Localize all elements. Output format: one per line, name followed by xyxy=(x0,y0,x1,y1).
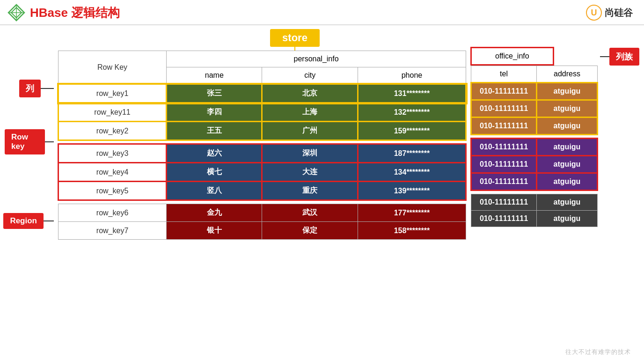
row-key-header-cell: Row Key xyxy=(59,51,167,84)
table-row: 010-11111111 atguigu xyxy=(471,100,598,118)
table-row: row_key5 竖八 重庆 139******** xyxy=(59,182,466,200)
phone-cell: 187******** xyxy=(358,144,466,163)
city-cell: 上海 xyxy=(262,103,358,122)
center-tables: store Row Key personal_info name city ph… xyxy=(54,29,470,240)
city-cell: 广州 xyxy=(262,122,358,140)
address-cell: atguigu xyxy=(537,211,598,227)
rowkey-line xyxy=(45,141,54,142)
rowkey-badge: Row key xyxy=(5,129,45,154)
name-header: name xyxy=(167,67,262,84)
row-key-cell: row_key1 xyxy=(59,84,167,103)
top-left: HBase 逻辑结构 xyxy=(7,4,120,22)
tel-cell: 010-11111111 xyxy=(471,83,537,100)
phone-cell: 159******** xyxy=(358,122,466,140)
phone-cell: 134******** xyxy=(358,163,466,182)
table-row: 010-11111111 atguigu xyxy=(471,118,598,135)
row-key-cell: row_key7 xyxy=(59,222,167,240)
phone-cell: 131******** xyxy=(358,84,466,103)
address-cell: atguigu xyxy=(537,173,598,191)
name-cell: 银十 xyxy=(167,222,262,240)
gap-row xyxy=(59,140,466,144)
personal-info-header-row: Row Key personal_info xyxy=(59,51,466,67)
tel-cell: 010-11111111 xyxy=(471,139,537,156)
col-family-badge: 列族 xyxy=(609,48,639,66)
name-cell: 张三 xyxy=(167,84,262,103)
left-labels: 列 Row key Region xyxy=(5,29,54,240)
address-cell: atguigu xyxy=(537,139,598,156)
address-cell: atguigu xyxy=(537,100,598,118)
city-cell: 大连 xyxy=(262,163,358,182)
address-cell: atguigu xyxy=(537,83,598,100)
phone-cell: 177******** xyxy=(358,204,466,222)
tel-cell: 010-11111111 xyxy=(471,211,537,227)
table-row: row_key11 李四 上海 132******** xyxy=(59,103,466,122)
svg-text:U: U xyxy=(591,8,597,17)
region-label-row: Region xyxy=(3,213,54,229)
address-cell: atguigu xyxy=(537,194,598,211)
name-cell: 赵六 xyxy=(167,144,262,163)
city-cell: 武汉 xyxy=(262,204,358,222)
gap-row xyxy=(59,200,466,204)
col-badge: 列 xyxy=(19,80,41,97)
office-col-headers: tel address xyxy=(471,66,598,83)
address-header: address xyxy=(537,66,598,83)
row-key-cell: row_key2 xyxy=(59,122,167,140)
phone-cell: 132******** xyxy=(358,103,466,122)
brand-area: U 尚硅谷 xyxy=(586,5,633,21)
page-title: HBase 逻辑结构 xyxy=(30,5,120,21)
row-key-cell: row_key5 xyxy=(59,182,167,200)
table-row: row_key6 金九 武汉 177******** xyxy=(59,204,466,222)
row-key-cell: row_key11 xyxy=(59,103,167,122)
table-row: row_key4 横七 大连 134******** xyxy=(59,163,466,182)
row-key-cell: row_key6 xyxy=(59,204,167,222)
content-area: 列 Row key Region store xyxy=(0,25,644,240)
right-area: office_info tel address 010-11111111 atg… xyxy=(470,29,639,240)
col-label-row: 列 xyxy=(19,80,54,97)
row-key-cell: row_key3 xyxy=(59,144,167,163)
watermark: 往大不过有难学的技术 xyxy=(565,348,631,356)
name-cell: 李四 xyxy=(167,103,262,122)
table-row: row_key1 张三 北京 131******** xyxy=(59,84,466,103)
tel-cell: 010-11111111 xyxy=(471,173,537,191)
personal-info-header-cell: personal_info xyxy=(167,51,466,67)
tel-header: tel xyxy=(471,66,537,83)
rowkey-label-row: Row key xyxy=(5,129,54,154)
store-label-area: store xyxy=(58,29,467,51)
gap-row xyxy=(471,191,598,194)
col-family-line xyxy=(600,56,609,57)
table-row: 010-11111111 atguigu xyxy=(471,173,598,191)
col-family-label-row: 列族 xyxy=(598,48,639,66)
table-row: 010-11111111 atguigu xyxy=(471,83,598,100)
address-cell: atguigu xyxy=(537,156,598,173)
col-line-top xyxy=(41,88,54,89)
gap-row xyxy=(471,135,598,139)
tel-cell: 010-11111111 xyxy=(471,118,537,135)
office-header-box: office_info xyxy=(470,47,554,66)
tel-cell: 010-11111111 xyxy=(471,156,537,173)
city-header: city xyxy=(262,67,358,84)
city-cell: 北京 xyxy=(262,84,358,103)
store-label: store xyxy=(270,29,320,47)
brand-name: 尚硅谷 xyxy=(605,7,633,19)
name-cell: 金九 xyxy=(167,204,262,222)
page: HBase 逻辑结构 U 尚硅谷 列 Row key xyxy=(0,0,644,360)
table-row: row_key2 王五 广州 159******** xyxy=(59,122,466,140)
office-table-wrapper: office_info tel address 010-11111111 atg… xyxy=(470,47,598,227)
region-badge: Region xyxy=(3,213,44,229)
table-row: 010-11111111 atguigu xyxy=(471,194,598,211)
office-table: tel address 010-11111111 atguigu 010-111… xyxy=(470,66,598,227)
name-cell: 竖八 xyxy=(167,182,262,200)
address-cell: atguigu xyxy=(537,118,598,135)
office-info-header: office_info xyxy=(472,48,553,64)
top-bar: HBase 逻辑结构 U 尚硅谷 xyxy=(0,0,644,25)
name-cell: 横七 xyxy=(167,163,262,182)
city-cell: 保定 xyxy=(262,222,358,240)
brand-icon: U xyxy=(586,5,602,21)
table-row: row_key3 赵六 深圳 187******** xyxy=(59,144,466,163)
diamond-logo-icon xyxy=(7,4,25,22)
region-line xyxy=(44,220,54,221)
name-cell: 王五 xyxy=(167,122,262,140)
phone-header: phone xyxy=(358,67,466,84)
table-row: 010-11111111 atguigu xyxy=(471,139,598,156)
store-line-down xyxy=(294,47,295,51)
